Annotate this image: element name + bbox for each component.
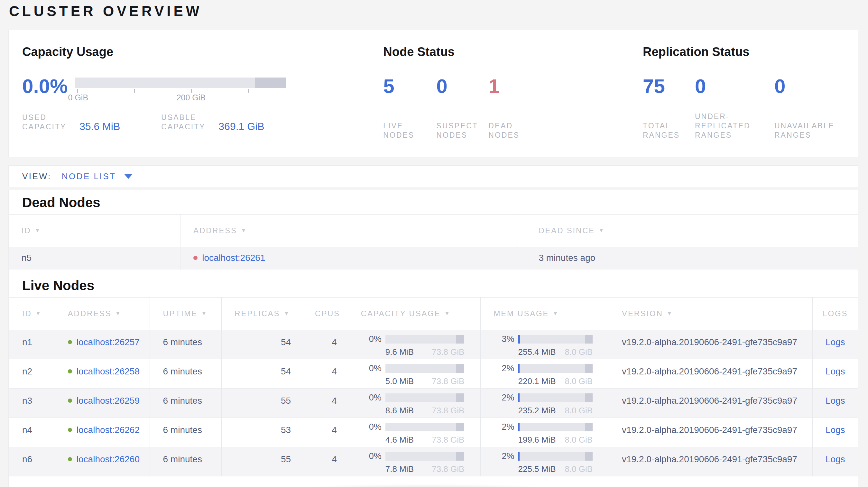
dead-nodes-count: 1 xyxy=(488,76,553,96)
dead-nodes-label: DEAD NODES xyxy=(488,121,530,140)
live-node-row: n4 localhost:26262 6 minutes 53 4 0% 4.6… xyxy=(9,418,858,447)
node-version-text: v19.2.0-alpha.20190606-2491-gfe735c9a97 xyxy=(622,366,797,377)
under-replicated-ranges-label: UNDER-REPLICATED RANGES xyxy=(695,112,761,140)
node-cpus: 4 xyxy=(302,359,348,388)
live-col-id[interactable]: ID ▼ xyxy=(9,297,55,330)
used-capacity-value: 35.6 MiB xyxy=(80,121,120,132)
node-logs-link[interactable]: Logs xyxy=(826,454,845,464)
unavailable-ranges-count: 0 xyxy=(774,76,845,96)
mem-used-value: 235.2 MiB xyxy=(518,405,556,416)
node-logs-link[interactable]: Logs xyxy=(826,396,845,406)
mem-usage-bar xyxy=(518,452,593,461)
live-col-capacity-usage-label: CAPACITY USAGE xyxy=(361,309,441,318)
node-mem-usage-cell: 2% 225.5 MiB 8.0 GiB xyxy=(480,447,609,476)
unavailable-ranges-label: UNAVAILABLE RANGES xyxy=(774,121,840,140)
node-capacity-usage-cell: 0% 8.6 MiB 73.8 GiB xyxy=(348,389,480,418)
live-nodes-table-body: n1 localhost:26257 6 minutes 54 4 0% 9.6… xyxy=(9,330,858,476)
node-version-text: v19.2.0-alpha.20190606-2491-gfe735c9a97 xyxy=(622,425,797,435)
capacity-used-value: 8.6 MiB xyxy=(385,405,414,416)
node-logs-cell: Logs xyxy=(812,447,858,476)
node-logs-link[interactable]: Logs xyxy=(826,337,845,347)
capacity-usage-section: Capacity Usage 0.0% 0 GiB 200 GiB USED C… xyxy=(22,45,383,157)
mem-used-value: 225.5 MiB xyxy=(518,464,556,474)
live-status-dot-icon xyxy=(68,398,72,403)
capacity-bar-reserved-segment xyxy=(456,335,464,344)
live-col-address[interactable]: ADDRESS ▼ xyxy=(55,297,150,330)
node-logs-cell: Logs xyxy=(812,389,858,418)
usable-capacity-value: 369.1 GiB xyxy=(218,121,264,132)
node-address-link[interactable]: localhost:26258 xyxy=(76,366,140,377)
mem-bar-fill xyxy=(518,364,520,373)
capacity-total-value: 73.8 GiB xyxy=(432,435,464,445)
page-title: CLUSTER OVERVIEW xyxy=(9,3,202,19)
capacity-total-value: 73.8 GiB xyxy=(432,347,464,357)
view-label: VIEW: xyxy=(22,171,52,182)
mem-usage-bar xyxy=(518,364,593,373)
dead-col-id[interactable]: ID ▼ xyxy=(9,215,180,247)
dead-nodes-table-header: ID ▼ ADDRESS ▼ DEAD SINCE ▼ xyxy=(9,214,858,247)
capacity-total-value: 73.8 GiB xyxy=(432,405,464,416)
dead-node-dead-since: 3 minutes ago xyxy=(518,247,858,269)
live-col-cpus[interactable]: CPUS xyxy=(302,297,348,330)
live-col-replicas-label: REPLICAS xyxy=(235,309,280,318)
dead-col-address[interactable]: ADDRESS ▼ xyxy=(180,215,518,247)
node-id: n6 xyxy=(9,447,55,476)
node-version-text: v19.2.0-alpha.20190606-2491-gfe735c9a97 xyxy=(622,396,797,406)
live-col-version[interactable]: VERSION ▼ xyxy=(609,297,812,330)
mem-used-value: 255.4 MiB xyxy=(518,347,556,357)
live-node-row: n2 localhost:26258 6 minutes 54 4 0% 5.0… xyxy=(9,359,858,389)
node-cpus: 4 xyxy=(302,389,348,418)
node-version: v19.2.0-alpha.20190606-2491-gfe735c9a97 xyxy=(609,330,812,359)
total-ranges-label: TOTAL RANGES xyxy=(643,121,681,140)
mem-bar-reserved-segment xyxy=(585,393,593,402)
live-col-uptime[interactable]: UPTIME ▼ xyxy=(150,297,221,330)
capacity-bar-reserved-segment xyxy=(456,393,464,402)
view-bar: VIEW: NODE LIST xyxy=(8,165,858,187)
node-version: v19.2.0-alpha.20190606-2491-gfe735c9a97 xyxy=(609,359,812,388)
node-address-link[interactable]: localhost:26262 xyxy=(76,425,140,435)
node-address-link[interactable]: localhost:26259 xyxy=(76,396,140,406)
node-logs-link[interactable]: Logs xyxy=(826,366,845,377)
dead-node-address-link[interactable]: localhost:26261 xyxy=(202,253,265,263)
node-address-link[interactable]: localhost:26260 xyxy=(76,454,140,464)
capacity-bar-reserved-segment xyxy=(456,423,464,431)
node-version: v19.2.0-alpha.20190606-2491-gfe735c9a97 xyxy=(609,418,812,447)
node-uptime: 6 minutes xyxy=(150,330,221,359)
capacity-percent: 0% xyxy=(354,451,381,461)
mem-total-value: 8.0 GiB xyxy=(565,405,593,416)
mem-bar-fill xyxy=(518,423,520,431)
live-col-mem-usage[interactable]: MEM USAGE ▼ xyxy=(480,297,609,330)
node-address-link[interactable]: localhost:26257 xyxy=(76,337,140,347)
dead-nodes-stat: 1 DEAD NODES xyxy=(488,76,553,140)
replication-status-title: Replication Status xyxy=(643,45,845,59)
live-col-capacity-usage[interactable]: CAPACITY USAGE ▼ xyxy=(348,297,480,330)
view-selector-dropdown[interactable]: NODE LIST xyxy=(62,171,133,182)
live-nodes-stat: 5 LIVE NODES xyxy=(383,76,436,140)
live-col-replicas[interactable]: REPLICAS ▼ xyxy=(221,297,302,330)
mem-total-value: 8.0 GiB xyxy=(565,435,593,445)
mem-percent: 2% xyxy=(487,363,514,374)
node-uptime: 6 minutes xyxy=(150,418,221,447)
node-version: v19.2.0-alpha.20190606-2491-gfe735c9a97 xyxy=(609,389,812,418)
unavailable-ranges-stat: 0 UNAVAILABLE RANGES xyxy=(774,76,845,140)
mem-bar-reserved-segment xyxy=(585,452,593,461)
live-col-id-label: ID xyxy=(22,309,32,318)
node-cpus: 4 xyxy=(302,330,348,359)
mem-usage-bar xyxy=(518,335,593,344)
mem-bar-fill xyxy=(518,335,520,344)
node-mem-usage-cell: 2% 235.2 MiB 8.0 GiB xyxy=(480,389,609,418)
total-ranges-count: 75 xyxy=(643,76,695,96)
mem-total-value: 8.0 GiB xyxy=(565,464,593,474)
capacity-used-value: 4.6 MiB xyxy=(385,435,414,445)
node-logs-cell: Logs xyxy=(812,359,858,388)
live-col-cpus-label: CPUS xyxy=(315,309,340,318)
capacity-percent: 0% xyxy=(354,422,381,432)
suspect-nodes-label: SUSPECT NODES xyxy=(436,121,478,140)
dead-col-dead-since[interactable]: DEAD SINCE ▼ xyxy=(518,215,858,247)
nodes-tables-card: Dead Nodes ID ▼ ADDRESS ▼ DEAD SINCE ▼ n… xyxy=(8,190,858,487)
node-logs-link[interactable]: Logs xyxy=(826,425,845,435)
live-col-logs: LOGS xyxy=(812,297,858,330)
sort-desc-icon: ▼ xyxy=(599,228,605,233)
capacity-axis-label-0: 0 GiB xyxy=(68,93,89,102)
mem-usage-bar xyxy=(518,423,593,431)
